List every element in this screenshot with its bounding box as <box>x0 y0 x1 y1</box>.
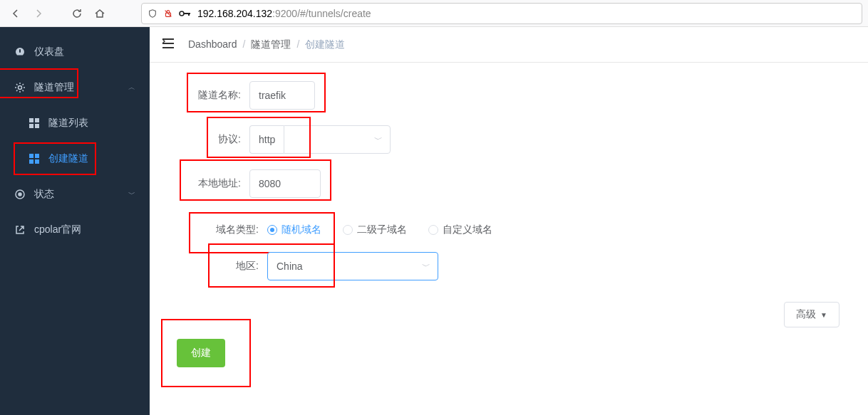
svg-rect-3 <box>188 13 190 16</box>
svg-point-14 <box>19 193 21 196</box>
protocol-select[interactable]: ﹀ <box>284 125 391 154</box>
svg-rect-9 <box>29 154 33 158</box>
radio-subdomain[interactable]: 二级子域名 <box>343 224 407 236</box>
nav-forward-button[interactable] <box>29 4 48 23</box>
chevron-down-icon: ﹀ <box>374 134 383 146</box>
region-select[interactable]: China ﹀ <box>267 252 438 280</box>
breadcrumb: Dashboard / 隧道管理 / 创建隧道 <box>188 38 345 51</box>
breadcrumb-sep: / <box>296 38 299 51</box>
browser-toolbar: 192.168.204.132:9200/#/tunnels/create <box>0 0 868 27</box>
sidebar-subitem-label: 隧道列表 <box>48 117 88 130</box>
sidebar-item-tunnel-mgmt[interactable]: 隧道管理 ︿ <box>0 70 150 105</box>
form-content: 隧道名称: 协议: http ﹀ 本地地址: <box>150 63 868 415</box>
svg-point-4 <box>19 86 22 90</box>
hamburger-icon[interactable] <box>161 37 175 52</box>
sidebar-item-label: 仪表盘 <box>34 46 64 58</box>
sidebar-item-dashboard[interactable]: 仪表盘 <box>0 34 150 70</box>
row-protocol: 协议: http ﹀ <box>164 125 839 154</box>
region-value: China <box>277 261 303 272</box>
svg-rect-6 <box>35 118 39 122</box>
breadcrumb-item[interactable]: Dashboard <box>188 38 237 51</box>
submit-button[interactable]: 创建 <box>177 339 225 367</box>
row-submit: 创建 <box>164 339 839 367</box>
svg-rect-10 <box>35 154 39 158</box>
svg-rect-7 <box>29 124 33 128</box>
breadcrumb-item[interactable]: 隧道管理 <box>251 38 291 51</box>
sidebar-item-label: 状态 <box>34 188 54 201</box>
radio-custom-domain[interactable]: 自定义域名 <box>428 224 492 236</box>
main-content: Dashboard / 隧道管理 / 创建隧道 隧道名称: 协议: http <box>150 27 868 415</box>
advanced-button[interactable]: 高级 ▼ <box>784 302 839 327</box>
sidebar-subitem-create-tunnel[interactable]: 创建隧道 <box>0 141 150 177</box>
gear-icon <box>14 82 26 93</box>
row-domain-type: 域名类型: 随机域名 二级子域名 自定义域名 <box>164 224 839 236</box>
url-key-icon <box>179 9 192 18</box>
radio-circle-icon <box>428 225 438 235</box>
protocol-display: http <box>249 125 284 154</box>
topbar: Dashboard / 隧道管理 / 创建隧道 <box>150 27 868 63</box>
row-region: 地区: China ﹀ <box>164 252 839 280</box>
sidebar-subitem-label: 创建隧道 <box>48 152 88 165</box>
radio-label: 自定义域名 <box>443 224 492 236</box>
sidebar-subitem-tunnel-list[interactable]: 隧道列表 <box>0 105 150 141</box>
sidebar-item-status[interactable]: 状态 ﹀ <box>0 177 150 212</box>
radio-random-domain[interactable]: 随机域名 <box>267 224 321 236</box>
row-local-addr: 本地地址: <box>164 169 839 198</box>
url-text: 192.168.204.132:9200/#/tunnels/create <box>197 8 856 19</box>
input-tunnel-name[interactable] <box>249 81 315 110</box>
sidebar-item-label: cpolar官网 <box>34 224 81 236</box>
nav-reload-button[interactable] <box>67 4 87 23</box>
advanced-label: 高级 <box>796 308 816 321</box>
sidebar-item-label: 隧道管理 <box>34 81 74 94</box>
chevron-down-icon: ﹀ <box>128 189 135 199</box>
grid-icon <box>29 154 40 164</box>
row-tunnel-name: 隧道名称: <box>164 81 839 110</box>
sidebar: 仪表盘 隧道管理 ︿ 隧道列表 创建隧道 <box>0 27 150 415</box>
radio-label: 随机域名 <box>281 224 321 236</box>
label-local-addr: 本地地址: <box>164 177 249 190</box>
label-tunnel-name: 隧道名称: <box>164 89 249 102</box>
nav-home-button[interactable] <box>90 4 110 23</box>
svg-rect-8 <box>35 124 39 128</box>
input-local-addr[interactable] <box>249 169 321 198</box>
row-advanced: 高级 ▼ <box>164 302 839 327</box>
svg-rect-12 <box>35 159 39 164</box>
grid-icon <box>29 118 40 128</box>
label-region: 地区: <box>164 260 267 273</box>
svg-rect-5 <box>29 118 33 122</box>
sidebar-item-cpolar-site[interactable]: cpolar官网 <box>0 212 150 248</box>
radio-circle-icon <box>267 225 277 235</box>
circle-icon <box>14 189 26 200</box>
chevron-up-icon: ︿ <box>128 83 135 93</box>
radio-circle-icon <box>343 225 353 235</box>
label-domain-type: 域名类型: <box>164 224 267 236</box>
chevron-down-icon: ﹀ <box>422 261 430 273</box>
url-lock-strike-icon <box>163 9 173 19</box>
url-shield-icon <box>148 9 157 19</box>
svg-rect-11 <box>29 159 33 164</box>
dashboard-icon <box>14 46 26 58</box>
url-bar[interactable]: 192.168.204.132:9200/#/tunnels/create <box>141 3 862 24</box>
label-protocol: 协议: <box>164 133 249 146</box>
nav-back-button[interactable] <box>6 4 26 23</box>
breadcrumb-sep: / <box>243 38 246 51</box>
svg-point-1 <box>180 11 184 16</box>
radio-label: 二级子域名 <box>357 224 407 236</box>
caret-down-icon: ▼ <box>820 311 827 319</box>
breadcrumb-current: 创建隧道 <box>305 38 345 51</box>
external-icon <box>14 225 26 235</box>
